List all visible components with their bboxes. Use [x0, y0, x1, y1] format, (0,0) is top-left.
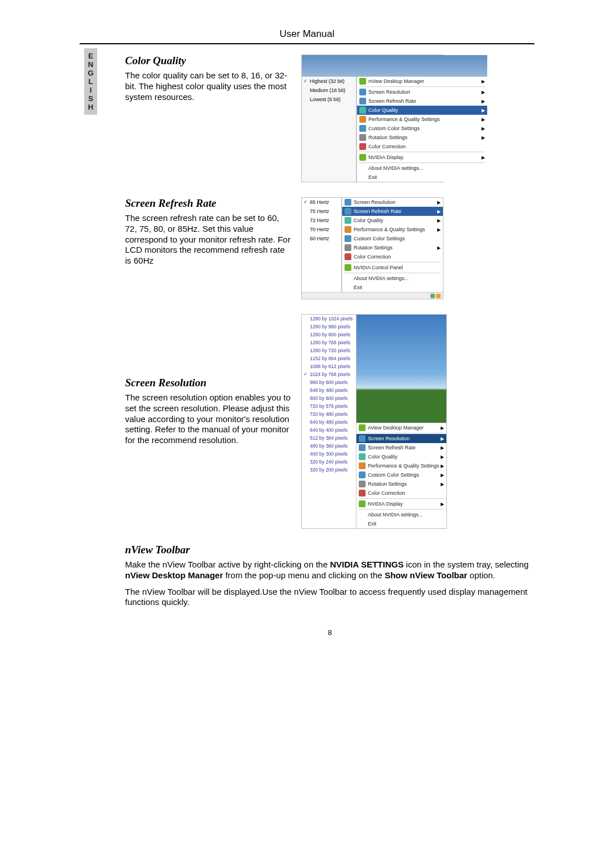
menu-item[interactable]: Highest (32 bit) [302, 77, 356, 86]
menu-item[interactable]: NVIDIA Control Panel [342, 263, 443, 272]
menu-item[interactable]: 75 Hertz [302, 207, 341, 216]
perf-icon [359, 462, 366, 469]
section-body: The screen resolution option enables you… [125, 393, 292, 446]
menu-item[interactable]: Color Quality▶ [356, 452, 446, 461]
menu-item[interactable]: About NVIDIA settings... [357, 164, 487, 173]
menu-item[interactable]: About NVIDIA settings... [342, 274, 443, 283]
context-menu: nView Desktop Manager▶ Screen Resolution… [356, 423, 446, 528]
menu-item[interactable]: 800 by 600 pixels [302, 394, 356, 402]
menu-item[interactable]: Custom Color Settings [342, 234, 443, 243]
menu-item[interactable]: 1024 by 768 pixels [302, 370, 356, 378]
menu-item[interactable]: 85 Hertz [302, 198, 341, 207]
menu-item[interactable]: NVIDIA Display▶ [356, 499, 446, 508]
header-title: User Manual [80, 28, 534, 40]
menu-item[interactable]: 60 Hertz [302, 234, 341, 243]
menu-item[interactable]: Performance & Quality Settings▶ [356, 461, 446, 470]
menu-item[interactable]: 1152 by 864 pixels [302, 354, 356, 362]
chevron-right-icon: ▶ [437, 218, 441, 223]
main-content: Color Quality The color quality can be s… [125, 55, 534, 637]
menu-item[interactable]: NVIDIA Display▶ [357, 153, 487, 162]
menu-item[interactable]: 1280 by 720 pixels [302, 347, 356, 354]
menu-item[interactable]: Rotation Settings▶ [356, 479, 446, 489]
language-tab: ENGLISH [84, 48, 97, 115]
menu-item[interactable]: Exit [342, 283, 443, 292]
menu-item[interactable]: Performance & Quality Settings▶ [357, 115, 487, 124]
menu-item[interactable]: Screen Refresh Rate▶ [342, 207, 443, 216]
menu-item[interactable]: Exit [357, 173, 487, 182]
menu-item[interactable]: About NVIDIA settings... [356, 510, 446, 519]
menu-item[interactable]: 400 by 300 pixels [302, 450, 356, 458]
section-title: Screen Resolution [125, 377, 292, 389]
menu-item[interactable]: 512 by 384 pixels [302, 434, 356, 442]
section-body: The nView Toolbar will be displayed.Use … [125, 587, 534, 608]
rotate-icon [359, 481, 366, 487]
menu-item[interactable]: 1088 by 612 pixels [302, 362, 356, 370]
menu-item[interactable]: 1280 by 800 pixels [302, 331, 356, 339]
menu-item[interactable]: 320 by 240 pixels [302, 458, 356, 466]
blank-icon [359, 165, 366, 172]
menu-item[interactable]: 720 by 480 pixels [302, 410, 356, 418]
menu-item[interactable]: Rotation Settings▶ [357, 133, 487, 142]
menu-item[interactable]: Medium (16 bit) [302, 86, 356, 95]
palette-icon [359, 107, 366, 114]
chevron-right-icon: ▶ [441, 502, 444, 507]
menu-item[interactable]: 1280 by 768 pixels [302, 339, 356, 347]
menu-item[interactable]: Screen Resolution▶ [357, 87, 487, 97]
chevron-right-icon: ▶ [482, 126, 485, 131]
screenshot-color-quality: Highest (32 bit) Medium (16 bit) Lowest … [301, 55, 534, 182]
chevron-right-icon: ▶ [437, 245, 441, 251]
rotate-icon [345, 244, 351, 251]
menu-item[interactable]: 960 by 600 pixels [302, 378, 356, 386]
section-title: nView Toolbar [125, 544, 534, 556]
color-correction-icon [359, 143, 366, 150]
nvidia-icon [359, 78, 366, 85]
menu-item[interactable]: Custom Color Settings▶ [357, 124, 487, 133]
chevron-right-icon: ▶ [441, 445, 444, 450]
menu-item[interactable]: Custom Color Settings▶ [356, 470, 446, 479]
menu-item[interactable]: 848 by 480 pixels [302, 386, 356, 394]
menu-item[interactable]: 320 by 200 pixels [302, 466, 356, 474]
screenshot-resolution: 1280 by 1024 pixels1280 by 960 pixels128… [301, 314, 534, 529]
menu-item[interactable]: nView Desktop Manager▶ [357, 77, 487, 86]
nvidia-icon [359, 424, 366, 431]
menu-item[interactable]: Screen Refresh Rate▶ [357, 97, 487, 106]
blank-icon [359, 174, 366, 181]
menu-item[interactable]: 70 Hertz [302, 225, 341, 234]
blank-icon [359, 520, 366, 527]
chevron-right-icon: ▶ [482, 155, 485, 160]
screenshot-refresh-rate: 85 Hertz 75 Hertz 72 Hertz 70 Hertz 60 H… [301, 197, 534, 299]
menu-item[interactable]: Color Correction [356, 489, 446, 498]
chevron-right-icon: ▶ [441, 464, 444, 469]
tray-icon[interactable] [430, 294, 435, 298]
section-resolution: Screen Resolution The screen resolution … [125, 314, 534, 529]
menu-item[interactable]: Screen Resolution▶ [356, 434, 446, 443]
menu-item[interactable]: Color Correction [357, 142, 487, 151]
menu-item[interactable]: 720 by 576 pixels [302, 402, 356, 410]
menu-item[interactable]: Exit [356, 519, 446, 528]
menu-item[interactable]: nView Desktop Manager▶ [356, 423, 446, 432]
refresh-icon [359, 98, 366, 105]
menu-item[interactable]: Color Correction [342, 252, 443, 261]
menu-item[interactable]: Color Quality▶ [342, 216, 443, 225]
menu-item[interactable]: Color Quality▶ [357, 106, 487, 115]
section-title: Screen Refresh Rate [125, 197, 292, 210]
nvidia-icon [345, 264, 351, 271]
palette-icon [345, 217, 351, 224]
menu-item[interactable]: Performance & Quality Settings▶ [342, 225, 443, 234]
section-title: Color Quality [125, 55, 292, 67]
menu-item[interactable]: Rotation Settings▶ [342, 243, 443, 252]
section-color-quality: Color Quality The color quality can be s… [125, 55, 534, 182]
color-correction-icon [359, 490, 366, 496]
menu-item[interactable]: 480 by 360 pixels [302, 442, 356, 450]
menu-item[interactable]: Screen Resolution▶ [342, 198, 443, 207]
menu-item[interactable]: 640 by 400 pixels [302, 426, 356, 434]
tray-icon[interactable] [436, 294, 441, 298]
menu-item[interactable]: Lowest (8 bit) [302, 95, 356, 104]
menu-item[interactable]: Screen Refresh Rate▶ [356, 443, 446, 452]
blank-icon [345, 275, 351, 282]
chevron-right-icon: ▶ [437, 209, 441, 214]
menu-item[interactable]: 1280 by 1024 pixels [302, 315, 356, 323]
menu-item[interactable]: 1280 by 960 pixels [302, 323, 356, 331]
menu-item[interactable]: 640 by 480 pixels [302, 418, 356, 426]
menu-item[interactable]: 72 Hertz [302, 216, 341, 225]
